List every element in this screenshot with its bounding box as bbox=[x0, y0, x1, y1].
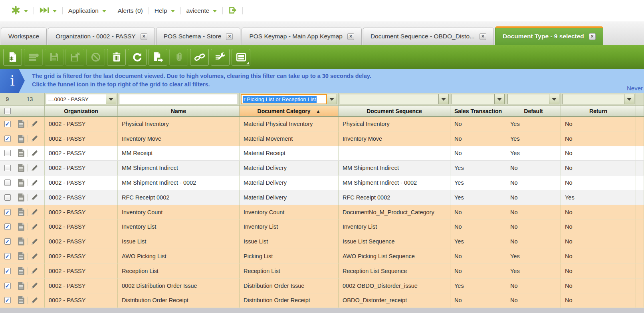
tab-document-sequence[interactable]: Document Sequence - OBDO_Disto...× bbox=[363, 28, 494, 45]
cell-organization[interactable]: 0002 - PASSY bbox=[45, 264, 118, 279]
cell-document-category[interactable]: Inventory Count bbox=[240, 205, 339, 220]
document-view-icon[interactable] bbox=[18, 296, 25, 304]
cell-return[interactable]: No bbox=[561, 264, 636, 279]
edit-record-icon[interactable] bbox=[31, 193, 38, 201]
table-row[interactable]: 0002 - PASSY MM Shipment Indirect Materi… bbox=[0, 161, 644, 175]
table-row[interactable]: ✓ 0002 - PASSY Physical Inventory Materi… bbox=[0, 117, 644, 132]
cell-default[interactable]: No bbox=[506, 234, 561, 249]
cell-document-sequence[interactable]: Inventory Move bbox=[339, 132, 450, 146]
tab-document-type[interactable]: Document Type - 9 selected× bbox=[495, 26, 603, 45]
cell-sales-transaction[interactable]: Yes bbox=[450, 175, 506, 190]
document-view-icon[interactable] bbox=[18, 223, 25, 231]
row-checkbox[interactable]: ✓ bbox=[4, 283, 11, 289]
horizontal-scrollbar[interactable] bbox=[0, 308, 644, 313]
row-checkbox[interactable] bbox=[4, 165, 11, 171]
cell-name[interactable]: MM Receipt bbox=[118, 146, 240, 161]
edit-record-icon[interactable] bbox=[31, 135, 38, 142]
tab-workspace[interactable]: Workspace bbox=[1, 28, 47, 45]
cell-default[interactable]: Yes bbox=[506, 146, 561, 161]
cell-name[interactable]: Issue List bbox=[118, 234, 240, 249]
document-sequence-filter-dropdown-icon[interactable] bbox=[439, 94, 449, 104]
cell-organization[interactable]: 0002 - PASSY bbox=[45, 234, 118, 249]
cell-return[interactable]: No bbox=[561, 161, 636, 175]
cell-document-sequence[interactable]: 0002 OBDO_Distorder_issue bbox=[339, 279, 450, 293]
row-checkbox[interactable]: ✓ bbox=[4, 238, 11, 245]
document-view-icon[interactable] bbox=[18, 282, 25, 290]
cell-document-sequence[interactable]: DocumentNo_M_Product_Category bbox=[339, 205, 450, 220]
cell-name[interactable]: Inventory List bbox=[118, 220, 240, 235]
cell-name[interactable]: Inventory Count bbox=[118, 205, 240, 220]
row-checkbox[interactable]: ✓ bbox=[4, 121, 11, 127]
cell-sales-transaction[interactable]: No bbox=[450, 146, 506, 161]
cell-document-sequence[interactable]: Issue List Sequence bbox=[339, 234, 450, 249]
link-button[interactable] bbox=[190, 49, 209, 66]
table-row[interactable]: ✓ 0002 - PASSY Distribution Order Receip… bbox=[0, 293, 644, 308]
document-view-icon[interactable] bbox=[18, 193, 25, 201]
cell-default[interactable]: No bbox=[506, 175, 561, 190]
cell-document-category[interactable]: Inventory List bbox=[240, 220, 339, 235]
cell-default[interactable]: Yes bbox=[506, 249, 561, 264]
select-all-checkbox[interactable] bbox=[4, 108, 11, 114]
tab-pos-schema[interactable]: POS Schema - Store× bbox=[156, 28, 241, 45]
document-view-icon[interactable] bbox=[18, 267, 25, 275]
cell-return[interactable]: Yes bbox=[561, 190, 636, 205]
cell-organization[interactable]: 0002 - PASSY bbox=[45, 161, 118, 175]
document-view-icon[interactable] bbox=[18, 164, 25, 172]
cell-sales-transaction[interactable]: No bbox=[450, 249, 506, 264]
cell-return[interactable]: No bbox=[561, 117, 636, 132]
edit-record-icon[interactable] bbox=[31, 297, 38, 304]
table-row[interactable]: ✓ 0002 - PASSY Issue List Issue List Iss… bbox=[0, 234, 644, 249]
cell-return[interactable]: No bbox=[561, 220, 636, 235]
cell-default[interactable]: Yes bbox=[506, 132, 561, 146]
cell-document-sequence[interactable]: AWO Picking List Sequence bbox=[339, 249, 450, 264]
table-row[interactable]: ✓ 0002 - PASSY Inventory List Inventory … bbox=[0, 220, 644, 235]
cell-document-category[interactable]: Material Physical Inventory bbox=[240, 117, 339, 132]
cell-document-category[interactable]: Distribution Order Receipt bbox=[240, 293, 339, 308]
row-checkbox[interactable]: ✓ bbox=[4, 253, 11, 259]
cell-return[interactable]: No bbox=[561, 234, 636, 249]
tab-close-icon[interactable]: × bbox=[480, 33, 486, 40]
cell-sales-transaction[interactable]: No bbox=[450, 264, 506, 279]
return-filter-dropdown-icon[interactable] bbox=[624, 94, 634, 104]
row-checkbox[interactable]: ✓ bbox=[4, 136, 11, 142]
cell-name[interactable]: Reception List bbox=[118, 264, 240, 279]
cell-return[interactable]: No bbox=[561, 279, 636, 293]
row-checkbox[interactable]: ✓ bbox=[4, 209, 11, 215]
cell-name[interactable]: Distribution Order Receipt bbox=[118, 293, 240, 308]
column-header-name[interactable]: Name bbox=[118, 106, 240, 116]
cell-document-category[interactable]: Material Delivery bbox=[240, 190, 339, 205]
return-filter-input[interactable] bbox=[562, 94, 624, 104]
cell-document-category[interactable]: Distribution Order Issue bbox=[240, 279, 339, 293]
organization-filter-dropdown-icon[interactable] bbox=[106, 94, 116, 104]
table-row[interactable]: 0002 - PASSY MM Receipt Material Receipt… bbox=[0, 146, 644, 161]
cell-default[interactable]: No bbox=[506, 190, 561, 205]
column-header-document-sequence[interactable]: Document Sequence bbox=[339, 106, 450, 116]
edit-record-icon[interactable] bbox=[31, 164, 38, 172]
cell-sales-transaction[interactable]: No bbox=[450, 220, 506, 235]
cell-name[interactable]: MM Shipment Indirect - 0002 bbox=[118, 175, 240, 190]
cell-document-category[interactable]: Material Delivery bbox=[240, 175, 339, 190]
cell-sales-transaction[interactable]: Yes bbox=[450, 190, 506, 205]
cell-return[interactable]: No bbox=[561, 205, 636, 220]
user-menu[interactable]: avicente bbox=[181, 5, 223, 17]
table-row[interactable]: ✓ 0002 - PASSY 0002 Distribution Order I… bbox=[0, 279, 644, 293]
help-menu[interactable]: Help bbox=[149, 5, 180, 17]
cell-name[interactable]: MM Shipment Indirect bbox=[118, 161, 240, 175]
cell-organization[interactable]: 0002 - PASSY bbox=[45, 249, 118, 264]
cell-default[interactable]: No bbox=[506, 293, 561, 308]
table-row[interactable]: ✓ 0002 - PASSY AWO Picking List Picking … bbox=[0, 249, 644, 264]
cell-document-category[interactable]: Material Movement bbox=[240, 132, 339, 146]
refresh-button[interactable] bbox=[128, 49, 147, 66]
cell-sales-transaction[interactable]: No bbox=[450, 205, 506, 220]
table-row[interactable]: ✓ 0002 - PASSY Inventory Count Inventory… bbox=[0, 205, 644, 220]
table-row[interactable]: ✓ 0002 - PASSY Inventory Move Material M… bbox=[0, 132, 644, 146]
cell-return[interactable]: No bbox=[561, 293, 636, 308]
cell-name[interactable]: Physical Inventory bbox=[118, 117, 240, 132]
cell-organization[interactable]: 0002 - PASSY bbox=[45, 132, 118, 146]
sales-transaction-filter-input[interactable] bbox=[452, 94, 495, 104]
cell-name[interactable]: RFC Receipt 0002 bbox=[118, 190, 240, 205]
table-row[interactable]: ✓ 0002 - PASSY Reception List Reception … bbox=[0, 264, 644, 279]
cell-default[interactable]: No bbox=[506, 220, 561, 235]
logout-button[interactable] bbox=[223, 4, 242, 18]
cell-document-category[interactable]: Material Delivery bbox=[240, 161, 339, 175]
